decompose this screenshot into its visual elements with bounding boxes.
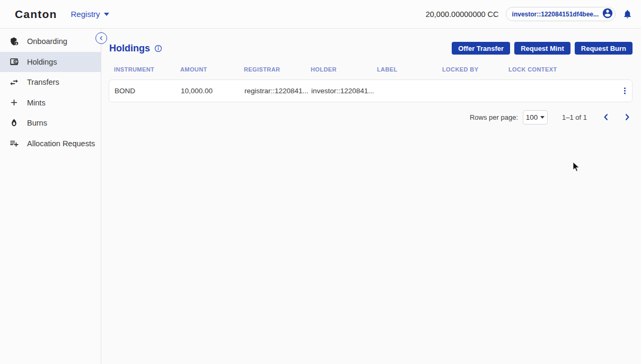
wallet-icon [8,57,19,67]
cell-amount: 10,000.00 [181,87,244,95]
chevron-right-icon [623,113,631,121]
swap-arrows-icon [8,77,19,87]
sidebar-item-label: Onboarding [27,37,67,46]
cell-registrar: registrar::1220841... [244,87,311,95]
sidebar-item-label: Holdings [27,58,57,66]
sidebar-item-onboarding[interactable]: Onboarding [0,31,101,52]
offer-transfer-button[interactable]: Offer Transfer [452,42,510,55]
table-row: BOND 10,000.00 registrar::1220841... inv… [109,79,633,102]
flame-icon [8,118,19,128]
column-header-amount: AMOUNT [180,66,244,73]
sidebar-item-burns[interactable]: Burns [0,113,101,134]
account-chip[interactable]: investor::122084151df4bee... [506,7,616,21]
sidebar-collapse-button[interactable] [95,32,107,44]
row-actions-menu-button[interactable] [617,86,632,95]
balance-amount: 20,000.00000000 CC [426,10,499,19]
table-header-row: INSTRUMENT AMOUNT REGISTRAR HOLDER LABEL… [109,66,633,73]
chevron-left-icon [602,113,610,121]
page-title: Holdings [109,43,150,54]
more-vert-icon [620,86,629,95]
sidebar-item-mints[interactable]: Mints [0,93,101,113]
sidebar-item-label: Burns [27,119,47,127]
next-page-button[interactable] [622,112,633,122]
column-header-holder: HOLDER [311,66,377,73]
cell-instrument: BOND [115,87,181,95]
request-mint-button[interactable]: Request Mint [514,42,570,55]
column-header-label: LABEL [377,66,442,73]
onboarding-shield-icon [8,36,19,47]
rows-per-page-value: 100 [526,113,538,121]
info-icon[interactable] [154,45,162,52]
app-selector-label: Registry [71,10,100,19]
cell-holder: investor::1220841... [311,87,377,95]
account-circle-icon [602,7,613,21]
sidebar-item-transfers[interactable]: Transfers [0,72,101,93]
previous-page-button[interactable] [601,112,611,122]
column-header-instrument: INSTRUMENT [114,66,180,73]
rows-per-page-label: Rows per page: [470,113,518,121]
chevron-left-circle-icon [98,35,104,41]
caret-down-icon [104,13,109,16]
playlist-add-icon [8,138,19,149]
sidebar-item-label: Mints [27,99,46,107]
sidebar-item-holdings[interactable]: Holdings [0,52,101,73]
canton-logo: Canton [15,8,57,21]
column-header-registrar: REGISTRAR [244,66,311,73]
sidebar-item-allocation-requests[interactable]: Allocation Requests [0,134,101,154]
app-selector-dropdown[interactable]: Registry [71,10,109,19]
rows-per-page-select[interactable]: 100 [523,110,548,125]
bell-icon[interactable] [622,9,633,19]
mouse-cursor [573,162,580,174]
top-bar: Canton Registry 20,000.00000000 CC inves… [0,0,641,29]
sidebar-item-label: Allocation Requests [27,139,95,148]
caret-down-icon [540,116,545,119]
column-header-lock-context: LOCK CONTEXT [508,66,618,73]
sidebar: Onboarding Holdings Transfers Mints Burn… [0,29,101,364]
request-burn-button[interactable]: Request Burn [575,42,633,55]
plus-icon [8,97,19,108]
account-id-label: investor::122084151df4bee... [512,11,599,18]
main-content: Holdings Offer Transfer Request Mint Req… [102,29,641,127]
page-range-label: 1–1 of 1 [562,113,587,121]
pagination-bar: Rows per page: 100 1–1 of 1 [102,108,633,127]
column-header-locked-by: LOCKED BY [442,66,508,73]
sidebar-item-label: Transfers [27,78,59,86]
